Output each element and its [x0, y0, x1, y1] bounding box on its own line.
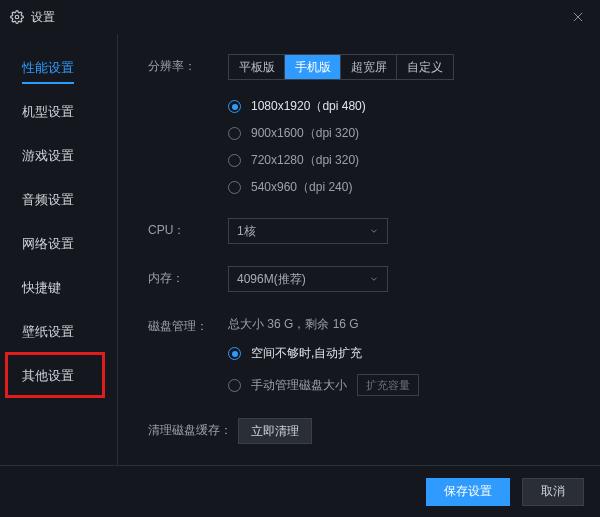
settings-gear-icon: [10, 10, 24, 24]
radio-label: 手动管理磁盘大小: [251, 377, 347, 394]
sidebar-item-label: 快捷键: [22, 279, 61, 297]
segment-phone[interactable]: 手机版: [285, 55, 341, 79]
svg-point-0: [15, 15, 19, 19]
row-memory: 内存： 4096M(推荐): [148, 266, 580, 292]
close-icon[interactable]: [566, 5, 590, 29]
titlebar: 设置: [0, 0, 600, 34]
button-label: 立即清理: [251, 423, 299, 440]
radio-icon: [228, 127, 241, 140]
radio-icon: [228, 154, 241, 167]
segment-label: 平板版: [239, 59, 275, 76]
radio-label: 900x1600（dpi 320): [251, 125, 359, 142]
segment-label: 手机版: [295, 59, 331, 76]
sidebar-item-model[interactable]: 机型设置: [0, 90, 117, 134]
sidebar-item-shortcut[interactable]: 快捷键: [0, 266, 117, 310]
sidebar: 性能设置 机型设置 游戏设置 音频设置 网络设置 快捷键 壁纸设置 其他设置: [0, 34, 118, 465]
resolution-segments: 平板版 手机版 超宽屏 自定义: [228, 54, 454, 80]
row-clear-cache: 清理磁盘缓存： 立即清理: [148, 418, 580, 444]
chevron-down-icon: [369, 274, 379, 284]
resolution-option[interactable]: 720x1280（dpi 320): [228, 152, 454, 169]
cancel-button[interactable]: 取消: [522, 478, 584, 506]
label-disk: 磁盘管理：: [148, 314, 228, 335]
sidebar-item-other[interactable]: 其他设置: [0, 354, 117, 398]
footer: 保存设置 取消: [0, 465, 600, 517]
sidebar-item-game[interactable]: 游戏设置: [0, 134, 117, 178]
sidebar-item-label: 机型设置: [22, 103, 74, 121]
clear-cache-button[interactable]: 立即清理: [238, 418, 312, 444]
sidebar-item-label: 网络设置: [22, 235, 74, 253]
segment-label: 超宽屏: [351, 59, 387, 76]
label-clear-cache: 清理磁盘缓存：: [148, 418, 238, 439]
label-resolution: 分辨率：: [148, 54, 228, 75]
window-title: 设置: [31, 9, 55, 26]
radio-icon: [228, 181, 241, 194]
row-disk: 磁盘管理： 总大小 36 G，剩余 16 G 空间不够时,自动扩充 手动管理磁盘…: [148, 314, 580, 396]
resolution-options: 1080x1920（dpi 480) 900x1600（dpi 320) 720…: [228, 98, 454, 196]
button-label: 取消: [541, 483, 565, 500]
select-value: 4096M(推荐): [237, 271, 306, 288]
radio-label: 1080x1920（dpi 480): [251, 98, 366, 115]
sidebar-item-label: 性能设置: [22, 59, 74, 77]
radio-label: 720x1280（dpi 320): [251, 152, 359, 169]
select-value: 1核: [237, 223, 256, 240]
row-cpu: CPU： 1核: [148, 218, 580, 244]
content: 分辨率： 平板版 手机版 超宽屏 自定义 1080x1920（dpi 480) …: [118, 34, 600, 465]
resolution-option[interactable]: 540x960（dpi 240): [228, 179, 454, 196]
label-cpu: CPU：: [148, 218, 228, 239]
sidebar-item-label: 音频设置: [22, 191, 74, 209]
sidebar-item-network[interactable]: 网络设置: [0, 222, 117, 266]
radio-icon: [228, 100, 241, 113]
radio-icon: [228, 379, 241, 392]
segment-tablet[interactable]: 平板版: [229, 55, 285, 79]
button-label: 保存设置: [444, 483, 492, 500]
chevron-down-icon: [369, 226, 379, 236]
radio-label: 540x960（dpi 240): [251, 179, 352, 196]
segment-custom[interactable]: 自定义: [397, 55, 453, 79]
row-resolution: 分辨率： 平板版 手机版 超宽屏 自定义 1080x1920（dpi 480) …: [148, 54, 580, 196]
settings-window: 设置 性能设置 机型设置 游戏设置 音频设置 网络设置 快捷键 壁纸设置 其他设…: [0, 0, 600, 517]
expand-capacity-button[interactable]: 扩充容量: [357, 374, 419, 396]
radio-icon: [228, 347, 241, 360]
sidebar-item-label: 其他设置: [22, 367, 74, 385]
label-memory: 内存：: [148, 266, 228, 287]
disk-info: 总大小 36 G，剩余 16 G: [228, 314, 419, 333]
disk-option-manual[interactable]: 手动管理磁盘大小: [228, 377, 347, 394]
save-button[interactable]: 保存设置: [426, 478, 510, 506]
radio-label: 空间不够时,自动扩充: [251, 345, 362, 362]
disk-option-auto[interactable]: 空间不够时,自动扩充: [228, 345, 419, 362]
memory-select[interactable]: 4096M(推荐): [228, 266, 388, 292]
sidebar-item-label: 壁纸设置: [22, 323, 74, 341]
button-label: 扩充容量: [366, 378, 410, 393]
segment-ultrawide[interactable]: 超宽屏: [341, 55, 397, 79]
resolution-option[interactable]: 900x1600（dpi 320): [228, 125, 454, 142]
segment-label: 自定义: [407, 59, 443, 76]
sidebar-item-audio[interactable]: 音频设置: [0, 178, 117, 222]
sidebar-item-label: 游戏设置: [22, 147, 74, 165]
cpu-select[interactable]: 1核: [228, 218, 388, 244]
sidebar-item-wallpaper[interactable]: 壁纸设置: [0, 310, 117, 354]
sidebar-item-performance[interactable]: 性能设置: [0, 46, 117, 90]
resolution-option[interactable]: 1080x1920（dpi 480): [228, 98, 454, 115]
body: 性能设置 机型设置 游戏设置 音频设置 网络设置 快捷键 壁纸设置 其他设置 分…: [0, 34, 600, 465]
